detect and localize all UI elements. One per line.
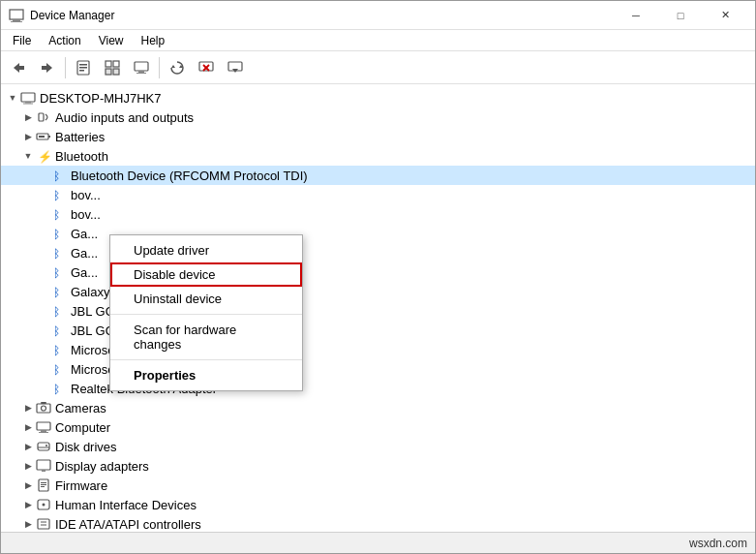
svg-rect-48 (37, 422, 50, 430)
tree-item-bluetooth[interactable]: ▼ ⚡ Bluetooth (1, 146, 755, 166)
ms-bt-le-icon: ᛒ (51, 361, 67, 377)
svg-rect-20 (199, 62, 213, 71)
svg-rect-58 (41, 484, 46, 485)
tree-item-computer[interactable]: ▶ Computer (1, 417, 755, 437)
svg-text:⚡: ⚡ (38, 149, 51, 164)
menu-help[interactable]: Help (134, 32, 173, 49)
scan-icon (227, 59, 244, 77)
menu-action[interactable]: Action (41, 32, 88, 49)
tree-item-ide[interactable]: ▶ IDE ATA/ATAPI controllers (1, 514, 755, 532)
properties-button[interactable] (70, 54, 97, 81)
close-button[interactable]: ✕ (703, 1, 747, 30)
bt5-icon: ᛒ (51, 245, 67, 261)
svg-rect-55 (42, 470, 45, 472)
ms-bt-enum-icon: ᛒ (51, 342, 67, 357)
remove-icon (197, 59, 215, 77)
show-hidden-button[interactable] (99, 54, 126, 81)
svg-text:ᛒ: ᛒ (53, 363, 60, 377)
window-icon (9, 8, 24, 23)
svg-text:ᛒ: ᛒ (53, 344, 60, 357)
svg-rect-16 (138, 71, 144, 73)
svg-rect-0 (10, 10, 23, 19)
forward-button[interactable] (34, 54, 61, 81)
svg-rect-9 (79, 67, 87, 69)
hid-label: Human Interface Devices (55, 498, 197, 512)
title-bar: Device Manager ─ □ ✕ (1, 1, 755, 30)
svg-rect-17 (136, 73, 146, 74)
svg-rect-47 (41, 402, 46, 404)
device-tree[interactable]: ▼ DESKTOP-MHJ7HK7 ▶ Audio inputs and out… (1, 84, 755, 532)
svg-rect-50 (39, 432, 48, 433)
menu-view[interactable]: View (91, 32, 132, 49)
toolbar-sep-2 (159, 57, 160, 78)
refresh-button[interactable] (164, 54, 191, 81)
title-bar-controls: ─ □ ✕ (614, 1, 747, 30)
minimize-button[interactable]: ─ (614, 1, 658, 30)
cameras-icon (36, 400, 51, 416)
svg-text:ᛒ: ᛒ (53, 208, 60, 222)
audio-icon (36, 109, 51, 125)
svg-rect-1 (13, 19, 20, 21)
toolbar (1, 51, 755, 84)
status-text: wsxdn.com (689, 537, 747, 550)
svg-text:ᛒ: ᛒ (53, 305, 60, 319)
svg-text:ᛒ: ᛒ (53, 169, 60, 183)
realtek-bt-icon: ᛒ (51, 381, 67, 396)
bt4-icon: ᛒ (51, 226, 67, 241)
firmware-label: Firmware (55, 478, 107, 493)
maximize-button[interactable]: □ (658, 1, 703, 30)
tree-root[interactable]: ▼ DESKTOP-MHJ7HK7 (1, 88, 755, 108)
ide-label: IDE ATA/ATAPI controllers (55, 517, 201, 532)
remove-button[interactable] (193, 54, 220, 81)
tree-item-hid[interactable]: ▶ Human Interface Devices (1, 495, 755, 514)
tree-item-disk[interactable]: ▶ Disk drives (1, 437, 755, 456)
tree-item-firmware[interactable]: ▶ Firmware (1, 476, 755, 495)
device-manager-window: Device Manager ─ □ ✕ File Action View He… (0, 0, 756, 554)
svg-marker-3 (14, 63, 19, 73)
computer-button[interactable] (128, 54, 155, 81)
svg-text:ᛒ: ᛒ (53, 286, 60, 299)
bt4-label: Ga... (71, 227, 98, 241)
display-icon (36, 458, 51, 474)
svg-rect-8 (79, 64, 87, 66)
bt2-icon: ᛒ (51, 187, 67, 202)
hid-icon (36, 497, 51, 512)
toolbar-sep-1 (65, 57, 66, 78)
scan-button[interactable] (222, 54, 249, 81)
svg-rect-15 (135, 62, 148, 71)
show-hidden-icon (104, 59, 121, 77)
tree-item-bt3[interactable]: ᛒ bov... (1, 204, 755, 224)
tree-item-audio[interactable]: ▶ Audio inputs and outputs (1, 108, 755, 127)
tree-item-cameras[interactable]: ▶ Cameras (1, 398, 755, 417)
svg-rect-30 (48, 136, 50, 138)
menu-file[interactable]: File (5, 32, 39, 49)
svg-rect-45 (37, 404, 50, 413)
ctx-uninstall-device[interactable]: Uninstall device (110, 287, 302, 311)
bt3-icon: ᛒ (51, 206, 67, 222)
tree-item-display[interactable]: ▶ Display adapters (1, 456, 755, 476)
back-button[interactable] (5, 54, 32, 81)
ctx-scan-hardware[interactable]: Scan for hardware changes (110, 318, 302, 356)
computer-label: Computer (55, 420, 110, 435)
back-icon (10, 59, 27, 77)
svg-point-46 (42, 406, 46, 411)
tree-item-bt2[interactable]: ᛒ bov... (1, 185, 755, 204)
disk-label: Disk drives (55, 440, 117, 454)
svg-rect-4 (19, 66, 24, 70)
bluetooth-label: Bluetooth (55, 149, 108, 164)
svg-point-61 (43, 504, 45, 507)
jbl-go2-icon: ᛒ (51, 303, 67, 319)
tree-item-batteries[interactable]: ▶ Batteries (1, 127, 755, 146)
cameras-label: Cameras (55, 401, 106, 416)
svg-rect-51 (38, 443, 49, 450)
svg-text:ᛒ: ᛒ (53, 247, 60, 261)
ctx-update-driver[interactable]: Update driver (110, 238, 302, 262)
ctx-properties[interactable]: Properties (110, 363, 302, 387)
root-expander: ▼ (5, 90, 20, 106)
tree-item-bt-rfcomm[interactable]: ᛒ Bluetooth Device (RFCOMM Protocol TDI) (1, 166, 755, 185)
bt5-label: Ga... (71, 246, 98, 261)
root-icon (20, 90, 36, 106)
ctx-sep-2 (110, 359, 302, 360)
bluetooth-expander: ▼ (20, 148, 36, 164)
ctx-disable-device[interactable]: Disable device (110, 262, 302, 287)
